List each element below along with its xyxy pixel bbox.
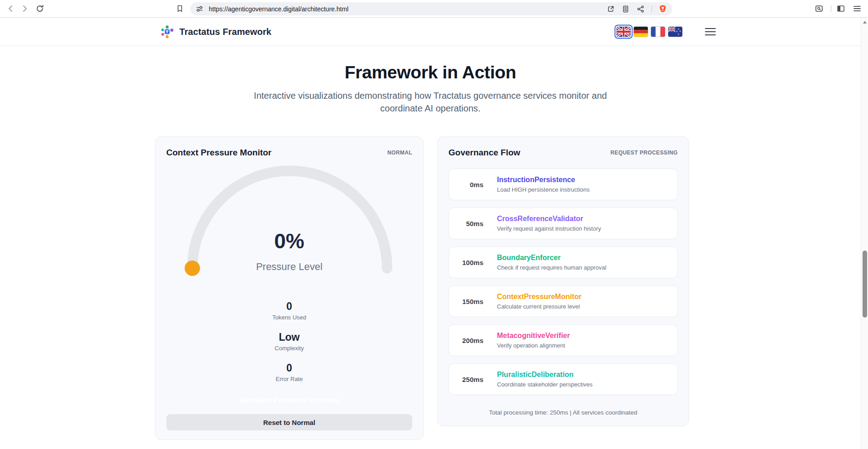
- step-name: InstructionPersistence: [497, 176, 589, 184]
- flow-step: 100ms BoundaryEnforcer Check if request …: [448, 246, 678, 278]
- page-subtitle: Interactive visualizations demonstrating…: [251, 89, 609, 115]
- pressure-gauge: 0% Pressure Level: [166, 159, 412, 278]
- step-time: 150ms: [456, 298, 483, 305]
- page-scrollbar[interactable]: [861, 18, 868, 449]
- sidebar-toggle-icon[interactable]: [836, 4, 845, 13]
- site-header: Tractatus Framework: [0, 18, 861, 46]
- search-tabs-icon[interactable]: [815, 4, 824, 13]
- tractatus-dots-logo: [160, 25, 174, 39]
- flow-steps: 0ms InstructionPersistence Load HIGH per…: [448, 169, 678, 395]
- step-time: 0ms: [456, 181, 483, 188]
- reload-icon[interactable]: [35, 4, 44, 13]
- site-controls-icon[interactable]: [196, 5, 203, 13]
- gauge-value: 0%: [166, 229, 412, 253]
- address-bar[interactable]: https://agenticgovernance.digital/archit…: [190, 2, 672, 15]
- stat-value: Low: [166, 331, 412, 343]
- cards-row: Context Pressure Monitor NORMAL 0% Press…: [0, 136, 861, 440]
- stat-value: 0: [166, 362, 412, 374]
- step-name: BoundaryEnforcer: [497, 254, 606, 262]
- scroll-up-arrow[interactable]: [863, 21, 867, 24]
- card-title: Context Pressure Monitor: [166, 148, 271, 158]
- page-title: Framework in Action: [0, 63, 861, 82]
- brand-link[interactable]: Tractatus Framework: [160, 25, 271, 39]
- step-name: MetacognitiveVerifier: [497, 332, 570, 340]
- url-text[interactable]: https://agenticgovernance.digital/archit…: [209, 5, 348, 13]
- germany-flag-icon[interactable]: [633, 26, 648, 37]
- scrollbar-thumb[interactable]: [863, 251, 867, 318]
- back-icon[interactable]: [6, 4, 15, 13]
- step-description: Check if request requires human approval: [497, 264, 606, 271]
- flow-step: 250ms PluralisticDeliberation Coordinate…: [448, 363, 678, 395]
- stat-tokens-used: 0 Tokens Used: [166, 300, 412, 322]
- browser-chrome: https://agenticgovernance.digital/archit…: [0, 0, 868, 18]
- page-content: Framework in Action Interactive visualiz…: [0, 47, 861, 449]
- stat-complexity: Low Complexity: [166, 331, 412, 352]
- gauge-arc: [166, 159, 413, 278]
- step-time: 200ms: [456, 337, 483, 344]
- divider: [831, 5, 831, 12]
- step-description: Calculate current pressure level: [497, 303, 582, 310]
- divider: [651, 5, 652, 13]
- hamburger-menu-icon[interactable]: [705, 27, 716, 36]
- forward-icon[interactable]: [20, 4, 29, 13]
- card-title: Governance Flow: [448, 148, 520, 158]
- status-badge: REQUEST PROCESSING: [610, 150, 678, 156]
- stat-error-rate: 0 Error Rate: [166, 362, 412, 383]
- step-name: CrossReferenceValidator: [497, 215, 601, 223]
- stat-label: Error Rate: [166, 375, 412, 383]
- browser-menu-icon[interactable]: [853, 4, 862, 13]
- pressure-stats: 0 Tokens Used Low Complexity 0 Error Rat…: [166, 300, 412, 383]
- share-icon[interactable]: [637, 5, 645, 13]
- stat-value: 0: [166, 300, 412, 313]
- step-time: 50ms: [456, 220, 483, 227]
- brave-shield-icon[interactable]: [659, 5, 667, 13]
- step-description: Coordinate stakeholder perspectives: [497, 381, 593, 388]
- step-name: PluralisticDeliberation: [497, 371, 593, 379]
- flow-step: 200ms MetacognitiveVerifier Verify opera…: [448, 324, 678, 356]
- status-badge: NORMAL: [387, 150, 412, 156]
- governance-flow-card: Governance Flow REQUEST PROCESSING 0ms I…: [437, 136, 689, 426]
- step-description: Verify request against instruction histo…: [497, 225, 601, 232]
- open-external-icon[interactable]: [607, 5, 615, 13]
- flow-summary: Total processing time: 250ms | All servi…: [448, 409, 678, 417]
- step-time: 100ms: [456, 259, 483, 266]
- step-description: Load HIGH persistence instructions: [497, 186, 589, 193]
- stat-label: Complexity: [166, 344, 412, 352]
- reset-to-normal-button[interactable]: Reset to Normal: [166, 414, 412, 430]
- gauge-label: Pressure Level: [166, 261, 412, 273]
- flow-step: 50ms CrossReferenceValidator Verify requ…: [448, 208, 678, 239]
- context-pressure-monitor-card: Context Pressure Monitor NORMAL 0% Press…: [155, 136, 424, 440]
- step-description: Verify operation alignment: [497, 342, 570, 349]
- stat-label: Tokens Used: [166, 314, 412, 322]
- flow-step: 150ms ContextPressureMonitor Calculate c…: [448, 285, 678, 317]
- reader-mode-icon[interactable]: [622, 5, 630, 13]
- step-time: 250ms: [456, 376, 483, 383]
- france-flag-icon[interactable]: [651, 26, 665, 37]
- new-zealand-flag-icon[interactable]: [668, 26, 683, 37]
- uk-flag-icon[interactable]: [616, 26, 631, 37]
- brand-name: Tractatus Framework: [179, 27, 271, 37]
- simulate-pressure-button[interactable]: Simulate Pressure Increase: [166, 396, 412, 405]
- step-name: ContextPressureMonitor: [497, 293, 582, 301]
- flow-step: 0ms InstructionPersistence Load HIGH per…: [448, 169, 678, 200]
- bookmark-icon[interactable]: [176, 5, 184, 13]
